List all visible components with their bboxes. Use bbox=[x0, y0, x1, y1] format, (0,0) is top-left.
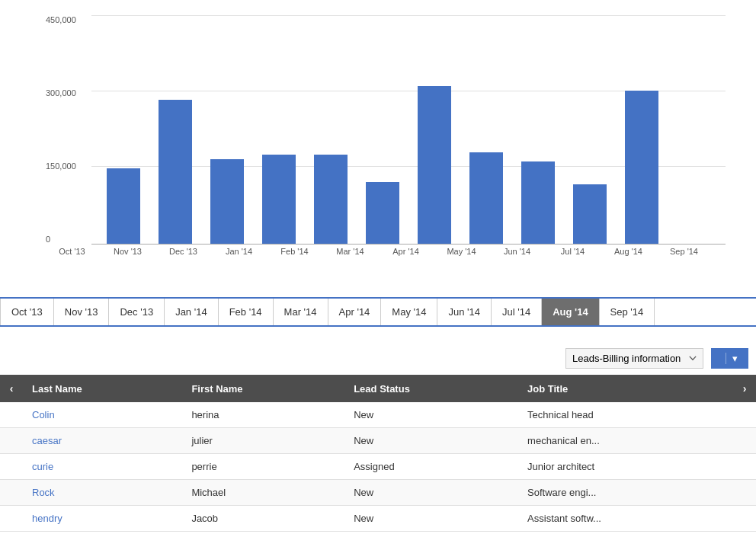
row-nav-left-4 bbox=[0, 506, 23, 532]
table-row: Rock Michael New Software engi... bbox=[0, 480, 756, 506]
bar-1 bbox=[159, 100, 193, 244]
bar-group-6 bbox=[410, 15, 459, 244]
bar-group-2 bbox=[203, 15, 251, 244]
row-first-name-2: perrie bbox=[182, 454, 344, 480]
month-tab-1[interactable]: Nov '13 bbox=[54, 299, 110, 325]
x-label-5: Mar '14 bbox=[324, 244, 376, 256]
table-body: Colin herina New Technical head caesar j… bbox=[0, 402, 756, 532]
x-label-7: May '14 bbox=[435, 244, 488, 256]
bar-group-8 bbox=[514, 15, 562, 244]
row-nav-right-1 bbox=[733, 428, 756, 454]
bar-8 bbox=[521, 161, 556, 244]
month-tab-6[interactable]: Apr '14 bbox=[328, 299, 382, 325]
chart-container: 450,000 300,000 150,000 0 Oct '13Nov '13… bbox=[0, 0, 756, 289]
bar-group-1 bbox=[151, 15, 200, 244]
row-nav-right-4 bbox=[733, 506, 756, 532]
row-first-name-4: Jacob bbox=[182, 506, 344, 532]
month-tabs: Oct '13Nov '13Dec '13Jan '14Feb '14Mar '… bbox=[0, 297, 756, 327]
row-job-title-3: Software engi... bbox=[518, 480, 733, 506]
display-select[interactable]: Leads-Billing informationLeads-AllLeads-… bbox=[565, 348, 703, 369]
month-tab-11[interactable]: Sep '14 bbox=[600, 299, 655, 325]
month-tab-5[interactable]: Mar '14 bbox=[274, 299, 328, 325]
row-nav-right-2 bbox=[733, 454, 756, 480]
y-label-150k: 150,000 bbox=[46, 161, 76, 171]
x-label-2: Dec '13 bbox=[157, 244, 210, 256]
x-label-10: Aug '14 bbox=[602, 244, 655, 256]
row-lead-status-1: New bbox=[344, 428, 518, 454]
row-last-name-0[interactable]: Colin bbox=[23, 402, 182, 428]
nav-right-arrow[interactable]: › bbox=[743, 382, 747, 395]
nav-right-col[interactable]: › bbox=[733, 375, 756, 402]
col-last-name: Last Name bbox=[23, 375, 182, 402]
x-label-1: Nov '13 bbox=[101, 244, 154, 256]
row-job-title-1: mechanical en... bbox=[518, 428, 733, 454]
x-label-6: Apr '14 bbox=[380, 244, 432, 256]
row-nav-right-0 bbox=[733, 402, 756, 428]
table-row: caesar julier New mechanical en... bbox=[0, 428, 756, 454]
bar-5 bbox=[366, 182, 400, 244]
bar-9 bbox=[573, 184, 607, 244]
col-lead-status: Lead Status bbox=[344, 375, 518, 402]
y-label-0: 0 bbox=[46, 235, 76, 244]
x-label-0: Oct '13 bbox=[46, 244, 98, 256]
month-tab-0[interactable]: Oct '13 bbox=[0, 299, 54, 325]
month-tab-4[interactable]: Feb '14 bbox=[219, 299, 274, 325]
bars-container bbox=[91, 15, 726, 244]
row-last-name-3[interactable]: Rock bbox=[23, 480, 182, 506]
bar-group-3 bbox=[255, 15, 303, 244]
bar-0 bbox=[107, 168, 141, 244]
row-last-name-4[interactable]: hendry bbox=[23, 506, 182, 532]
table-toolbar: Leads-Billing informationLeads-AllLeads-… bbox=[0, 342, 756, 375]
y-label-300k: 300,000 bbox=[46, 88, 76, 97]
nav-left-col[interactable]: ‹ bbox=[0, 375, 23, 402]
leads-table: ‹ Last Name First Name Lead Status Job T… bbox=[0, 375, 756, 532]
month-tab-9[interactable]: Jul '14 bbox=[492, 299, 542, 325]
bar-group-11 bbox=[669, 15, 718, 244]
bar-group-4 bbox=[306, 15, 355, 244]
row-last-name-2[interactable]: curie bbox=[23, 454, 182, 480]
row-lead-status-3: New bbox=[344, 480, 518, 506]
row-first-name-0: herina bbox=[182, 402, 344, 428]
bar-7 bbox=[469, 152, 504, 244]
bar-group-0 bbox=[99, 15, 148, 244]
row-nav-left-1 bbox=[0, 428, 23, 454]
row-lead-status-2: Assigned bbox=[344, 454, 518, 480]
bar-group-7 bbox=[462, 15, 511, 244]
bar-2 bbox=[210, 159, 245, 244]
bar-6 bbox=[418, 86, 452, 244]
row-job-title-2: Junior architect bbox=[518, 454, 733, 480]
bar-3 bbox=[262, 155, 296, 244]
bar-group-10 bbox=[617, 15, 666, 244]
row-lead-status-4: New bbox=[344, 506, 518, 532]
table-row: curie perrie Assigned Junior architect bbox=[0, 454, 756, 480]
col-first-name: First Name bbox=[182, 375, 344, 402]
grid-line-0 bbox=[91, 244, 726, 245]
x-label-8: Jun '14 bbox=[491, 244, 543, 256]
table-header-row: ‹ Last Name First Name Lead Status Job T… bbox=[0, 375, 756, 402]
row-nav-left-3 bbox=[0, 480, 23, 506]
x-label-4: Feb '14 bbox=[268, 244, 321, 256]
col-job-title: Job Title bbox=[518, 375, 733, 402]
x-axis-labels: Oct '13Nov '13Dec '13Jan '14Feb '14Mar '… bbox=[46, 244, 710, 256]
row-first-name-1: julier bbox=[182, 428, 344, 454]
month-tab-7[interactable]: May '14 bbox=[381, 299, 437, 325]
row-nav-left-0 bbox=[0, 402, 23, 428]
x-label-9: Jul '14 bbox=[546, 244, 599, 256]
nav-left-arrow[interactable]: ‹ bbox=[10, 382, 14, 395]
x-axis-label bbox=[46, 259, 741, 267]
export-button[interactable]: ▾ bbox=[711, 348, 748, 369]
row-last-name-1[interactable]: caesar bbox=[23, 428, 182, 454]
x-label-11: Sep '14 bbox=[658, 244, 710, 256]
row-lead-status-0: New bbox=[344, 402, 518, 428]
row-job-title-0: Technical head bbox=[518, 402, 733, 428]
month-tab-10[interactable]: Aug '14 bbox=[542, 299, 599, 325]
month-tab-2[interactable]: Dec '13 bbox=[109, 299, 165, 325]
x-label-3: Jan '14 bbox=[213, 244, 265, 256]
table-row: Colin herina New Technical head bbox=[0, 402, 756, 428]
bar-group-5 bbox=[358, 15, 407, 244]
bar-group-9 bbox=[565, 15, 614, 244]
row-nav-left-2 bbox=[0, 454, 23, 480]
month-tab-8[interactable]: Jun '14 bbox=[437, 299, 492, 325]
month-tab-3[interactable]: Jan '14 bbox=[165, 299, 219, 325]
row-nav-right-3 bbox=[733, 480, 756, 506]
